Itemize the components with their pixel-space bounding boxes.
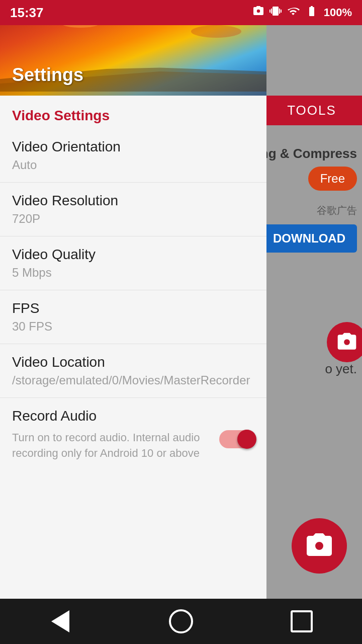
- camera-fab-main[interactable]: [292, 518, 347, 574]
- camera-icon-small: [336, 331, 358, 353]
- setting-item-video-location[interactable]: Video Location /storage/emulated/0/Movie…: [0, 344, 266, 398]
- settings-content: Video Settings Video Orientation Auto Vi…: [0, 96, 266, 471]
- camera-fab-small[interactable]: [327, 322, 362, 362]
- setting-value-fps: 30 FPS: [12, 319, 254, 334]
- setting-label-audio: Record Audio: [12, 408, 254, 424]
- toggle-text: Turn on to record audio. Internal audio …: [12, 427, 219, 461]
- battery-percentage: 100%: [324, 6, 352, 19]
- ad-download-button[interactable]: DOWNLOAD: [261, 224, 357, 253]
- navigation-bar: [0, 599, 362, 644]
- ad-free-button[interactable]: Free: [308, 167, 357, 191]
- setting-label-orientation: Video Orientation: [12, 139, 254, 155]
- tools-label: TOOLS: [261, 96, 362, 125]
- setting-value-quality: 5 Mbps: [12, 266, 254, 280]
- back-icon: [51, 610, 69, 632]
- setting-item-video-resolution[interactable]: Video Resolution 720P: [0, 183, 266, 236]
- setting-item-video-orientation[interactable]: Video Orientation Auto: [0, 129, 266, 183]
- setting-value-orientation: Auto: [12, 158, 254, 172]
- section-title: Video Settings: [12, 108, 110, 123]
- status-icons: 100%: [252, 5, 352, 20]
- setting-label-fps: FPS: [12, 300, 254, 316]
- toggle-knob: [237, 430, 256, 449]
- setting-label-quality: Video Quality: [12, 247, 254, 263]
- recent-button[interactable]: [282, 601, 322, 641]
- recent-icon: [291, 610, 313, 632]
- battery-icon: [305, 5, 319, 20]
- wifi-icon: [287, 5, 300, 20]
- camera-status-icon: [252, 5, 264, 20]
- settings-panel: Settings Video Settings Video Orientatio…: [0, 0, 266, 644]
- camera-icon-main: [304, 531, 334, 561]
- setting-item-record-audio[interactable]: Record Audio Turn on to record audio. In…: [0, 398, 266, 471]
- back-button[interactable]: [40, 601, 80, 641]
- audio-description: Turn on to record audio. Internal audio …: [12, 430, 211, 461]
- home-button[interactable]: [161, 601, 201, 641]
- setting-item-fps[interactable]: FPS 30 FPS: [0, 290, 266, 344]
- video-settings-section: Video Settings: [0, 96, 266, 129]
- setting-value-location: /storage/emulated/0/Movies/MasterRecorde…: [12, 373, 254, 387]
- settings-title: Settings: [12, 64, 83, 86]
- setting-label-location: Video Location: [12, 354, 254, 370]
- status-time: 15:37: [10, 5, 44, 21]
- home-icon: [169, 609, 193, 633]
- background-text: o yet.: [325, 361, 357, 377]
- setting-item-video-quality[interactable]: Video Quality 5 Mbps: [0, 236, 266, 290]
- vibrate-icon: [269, 5, 282, 20]
- setting-value-resolution: 720P: [12, 212, 254, 226]
- setting-label-resolution: Video Resolution: [12, 193, 254, 209]
- toggle-row: Turn on to record audio. Internal audio …: [12, 427, 254, 461]
- status-bar: 15:37 100%: [0, 0, 362, 25]
- audio-toggle-switch[interactable]: [219, 430, 254, 448]
